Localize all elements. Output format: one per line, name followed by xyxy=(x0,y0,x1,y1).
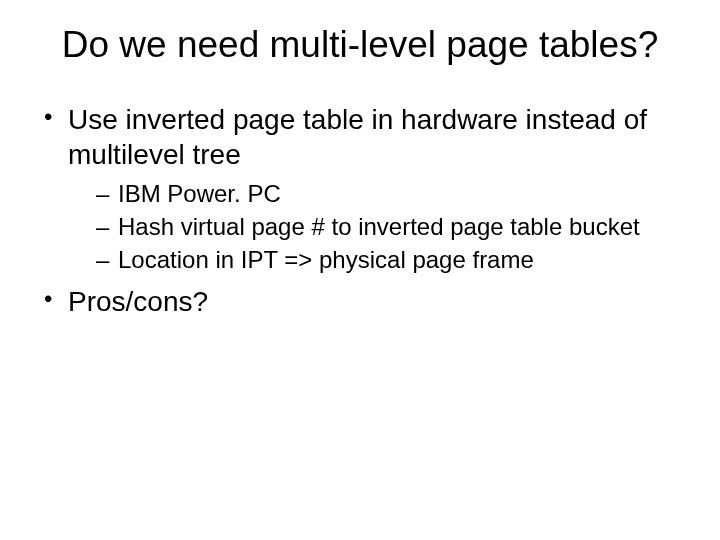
bullet-item: Use inverted page table in hardware inst… xyxy=(40,102,680,276)
sub-bullet-list: IBM Power. PC Hash virtual page # to inv… xyxy=(68,178,680,276)
sub-bullet-text: IBM Power. PC xyxy=(118,180,281,207)
sub-bullet-item: IBM Power. PC xyxy=(68,178,680,209)
slide-title: Do we need multi-level page tables? xyxy=(40,24,680,66)
bullet-list: Use inverted page table in hardware inst… xyxy=(40,102,680,319)
bullet-text: Pros/cons? xyxy=(68,286,208,317)
sub-bullet-item: Location in IPT => physical page frame xyxy=(68,244,680,275)
bullet-item: Pros/cons? xyxy=(40,284,680,319)
sub-bullet-text: Location in IPT => physical page frame xyxy=(118,246,534,273)
sub-bullet-item: Hash virtual page # to inverted page tab… xyxy=(68,211,680,242)
slide: Do we need multi-level page tables? Use … xyxy=(0,0,720,540)
sub-bullet-text: Hash virtual page # to inverted page tab… xyxy=(118,213,640,240)
bullet-text: Use inverted page table in hardware inst… xyxy=(68,104,647,170)
